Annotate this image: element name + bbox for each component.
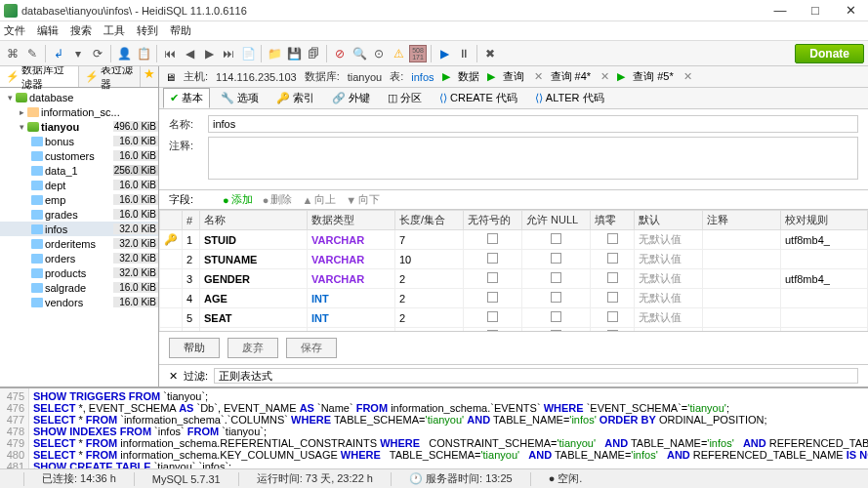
title-bar: database\tianyou\infos\ - HeidiSQL 11.1.… <box>0 0 868 21</box>
tool-icon[interactable]: 508171 <box>409 45 427 62</box>
tool-icon[interactable]: ⏸ <box>455 45 473 62</box>
tool-icon[interactable]: ⟳ <box>89 45 106 62</box>
tab-partition[interactable]: ◫分区 <box>381 88 429 108</box>
sql-log-pane[interactable]: 475476477478479480481 SHOW TRIGGERS FROM… <box>0 386 868 468</box>
tree-table-orders[interactable]: orders32.0 KiB <box>0 251 158 265</box>
breadcrumb-bar: 🖥 主机: 114.116.235.103 数据库: tianyou 表: in… <box>159 66 868 88</box>
filter-input[interactable] <box>214 368 858 384</box>
menu-file[interactable]: 文件 <box>4 23 25 38</box>
host-value[interactable]: 114.116.235.103 <box>216 71 297 83</box>
query-tab[interactable]: 查询 #4* <box>551 69 592 84</box>
column-row[interactable]: 4AGEINT2无默认值 <box>160 289 868 308</box>
table-name-input[interactable] <box>208 115 858 133</box>
menu-bar: 文件 编辑 搜索 工具 转到 帮助 <box>0 21 868 41</box>
tree-table-infos[interactable]: infos32.0 KiB <box>0 222 158 236</box>
tree-table-orderitems[interactable]: orderitems32.0 KiB <box>0 236 158 251</box>
tab-alter-code[interactable]: ⟨⟩ALTER 代码 <box>528 88 611 108</box>
tree-table-salgrade[interactable]: salgrade16.0 KiB <box>0 280 158 295</box>
menu-tools[interactable]: 工具 <box>103 23 125 38</box>
tool-icon[interactable]: ▾ <box>69 45 87 62</box>
menu-edit[interactable]: 编辑 <box>37 23 59 38</box>
tool-icon[interactable]: ✎ <box>23 45 41 62</box>
tab-fk[interactable]: 🔗外键 <box>325 88 377 108</box>
toolbar: ⌘ ✎ ↲ ▾ ⟳ 👤 📋 ⏮ ◀ ▶ ⏭ 📄 📁 💾 🗐 ⊘ 🔍 ⊙ ⚠ 50… <box>0 41 868 66</box>
tool-icon[interactable]: 🗐 <box>305 45 322 62</box>
db-tree[interactable]: ▾database ▸information_sc... ▾tianyou496… <box>0 88 158 386</box>
tool-icon[interactable]: 👤 <box>115 45 133 62</box>
tool-icon[interactable]: ✖ <box>481 45 499 62</box>
move-down-button[interactable]: ▼向下 <box>346 192 380 207</box>
tab-index[interactable]: 🔑索引 <box>269 88 321 108</box>
tool-icon[interactable]: ⊙ <box>370 45 388 62</box>
tool-icon[interactable]: ▶ <box>200 45 218 62</box>
tab-db-filter[interactable]: ⚡数据库过滤器 <box>0 66 79 87</box>
tool-icon[interactable]: ⏭ <box>220 45 237 62</box>
delete-field-button[interactable]: ●删除 <box>263 192 293 207</box>
favorite-icon[interactable]: ★ <box>141 66 158 87</box>
left-panel: ⚡数据库过滤器 ⚡表过滤器 ★ ▾database ▸information_s… <box>0 66 159 386</box>
tool-run-icon[interactable]: ▶ <box>435 45 453 62</box>
play-icon[interactable]: ▶ <box>617 70 625 83</box>
tool-icon[interactable]: ⌘ <box>4 45 21 62</box>
discard-button[interactable]: 废弃 <box>227 338 278 358</box>
menu-help[interactable]: 帮助 <box>170 23 191 38</box>
close-button[interactable]: ✕ <box>837 3 864 18</box>
app-icon <box>4 4 18 18</box>
tree-table-dept[interactable]: dept16.0 KiB <box>0 178 158 192</box>
tab-create-code[interactable]: ⟨⟩CREATE 代码 <box>433 88 524 108</box>
tool-icon[interactable]: ⊘ <box>331 45 349 62</box>
content-tabs: ✔基本 🔧选项 🔑索引 🔗外键 ◫分区 ⟨⟩CREATE 代码 ⟨⟩ALTER … <box>159 88 868 109</box>
tool-icon[interactable]: ⚠ <box>390 45 407 62</box>
column-row[interactable]: 3GENDERVARCHAR2无默认值utf8mb4_ <box>160 269 868 289</box>
add-field-button[interactable]: ●添加 <box>223 192 253 207</box>
maximize-button[interactable]: □ <box>802 3 829 18</box>
column-row[interactable]: 2STUNAMEVARCHAR10无默认值 <box>160 250 868 269</box>
tab-options[interactable]: 🔧选项 <box>214 88 266 108</box>
save-button[interactable]: 保存 <box>286 338 337 358</box>
tool-icon[interactable]: 💾 <box>285 45 303 62</box>
db-value[interactable]: tianyou <box>348 71 382 83</box>
host-icon: 🖥 <box>165 71 176 83</box>
donate-button[interactable]: Donate <box>795 44 864 63</box>
play-icon[interactable]: ▶ <box>487 70 495 83</box>
tab-basic[interactable]: ✔基本 <box>163 88 210 108</box>
table-comment-input[interactable] <box>208 137 858 180</box>
tool-icon[interactable]: ⏮ <box>161 45 179 62</box>
close-filter-icon[interactable]: ✕ <box>169 370 178 383</box>
table-value[interactable]: infos <box>411 71 434 83</box>
menu-goto[interactable]: 转到 <box>137 23 158 38</box>
tab-table-filter[interactable]: ⚡表过滤器 <box>79 66 141 87</box>
tool-icon[interactable]: 📁 <box>266 45 283 62</box>
tool-icon[interactable]: ↲ <box>50 45 67 62</box>
minimize-button[interactable]: — <box>766 3 794 18</box>
tree-table-data_1[interactable]: data_1256.0 KiB <box>0 163 158 178</box>
fields-label: 字段: <box>169 192 193 207</box>
window-title: database\tianyou\infos\ - HeidiSQL 11.1.… <box>21 5 766 17</box>
query-tab[interactable]: 查询 #5* <box>633 69 674 84</box>
tree-table-bonus[interactable]: bonus16.0 KiB <box>0 134 158 148</box>
move-up-button[interactable]: ▲向上 <box>302 192 336 207</box>
help-button[interactable]: 帮助 <box>169 338 220 358</box>
status-bar: 已连接: 14:36 h MySQL 5.7.31 运行时间: 73 天, 23… <box>0 468 868 488</box>
play-icon[interactable]: ▶ <box>442 70 450 83</box>
tree-table-products[interactable]: products32.0 KiB <box>0 265 158 280</box>
columns-grid[interactable]: # 名称 数据类型 长度/集合 无符号的 允许 NULL 填零 默认 注释 校对… <box>159 210 868 331</box>
tool-icon[interactable]: ◀ <box>181 45 198 62</box>
tool-icon[interactable]: 📋 <box>135 45 152 62</box>
menu-search[interactable]: 搜索 <box>70 23 92 38</box>
uptime: 运行时间: 73 天, 23:22 h <box>257 471 373 486</box>
mysql-version: MySQL 5.7.31 <box>152 473 221 485</box>
column-row[interactable]: 🔑1STUIDVARCHAR7无默认值utf8mb4_ <box>160 230 868 250</box>
tool-icon[interactable]: 🔍 <box>351 45 368 62</box>
column-row[interactable]: 5SEATINT2无默认值 <box>160 308 868 328</box>
tree-table-customers[interactable]: customers16.0 KiB <box>0 148 158 163</box>
tool-icon[interactable]: 📄 <box>239 45 257 62</box>
tree-table-grades[interactable]: grades16.0 KiB <box>0 207 158 222</box>
tree-table-emp[interactable]: emp16.0 KiB <box>0 192 158 207</box>
tree-table-vendors[interactable]: vendors16.0 KiB <box>0 295 158 309</box>
